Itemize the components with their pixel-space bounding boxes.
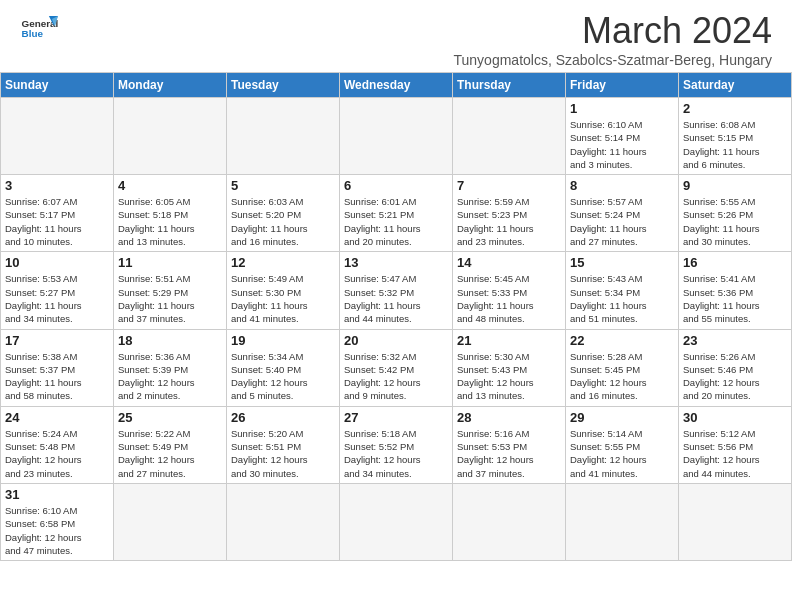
day-info: Sunrise: 5:47 AM Sunset: 5:32 PM Dayligh… <box>344 272 448 325</box>
day-info: Sunrise: 5:30 AM Sunset: 5:43 PM Dayligh… <box>457 350 561 403</box>
calendar-cell: 18Sunrise: 5:36 AM Sunset: 5:39 PM Dayli… <box>114 329 227 406</box>
calendar-cell: 24Sunrise: 5:24 AM Sunset: 5:48 PM Dayli… <box>1 406 114 483</box>
weekday-header-sunday: Sunday <box>1 73 114 98</box>
day-info: Sunrise: 6:10 AM Sunset: 6:58 PM Dayligh… <box>5 504 109 557</box>
title-area: March 2024 Tunyogmatolcs, Szabolcs-Szatm… <box>454 10 773 68</box>
calendar-cell: 1Sunrise: 6:10 AM Sunset: 5:14 PM Daylig… <box>566 98 679 175</box>
day-number: 18 <box>118 333 222 348</box>
week-row-3: 10Sunrise: 5:53 AM Sunset: 5:27 PM Dayli… <box>1 252 792 329</box>
day-number: 8 <box>570 178 674 193</box>
day-number: 24 <box>5 410 109 425</box>
day-info: Sunrise: 5:16 AM Sunset: 5:53 PM Dayligh… <box>457 427 561 480</box>
main-title: March 2024 <box>454 10 773 52</box>
day-info: Sunrise: 5:18 AM Sunset: 5:52 PM Dayligh… <box>344 427 448 480</box>
calendar-cell <box>340 483 453 560</box>
day-number: 19 <box>231 333 335 348</box>
day-number: 5 <box>231 178 335 193</box>
day-number: 9 <box>683 178 787 193</box>
calendar-cell <box>114 483 227 560</box>
calendar-cell <box>566 483 679 560</box>
day-info: Sunrise: 5:51 AM Sunset: 5:29 PM Dayligh… <box>118 272 222 325</box>
day-number: 7 <box>457 178 561 193</box>
calendar-cell: 3Sunrise: 6:07 AM Sunset: 5:17 PM Daylig… <box>1 175 114 252</box>
week-row-2: 3Sunrise: 6:07 AM Sunset: 5:17 PM Daylig… <box>1 175 792 252</box>
day-info: Sunrise: 5:12 AM Sunset: 5:56 PM Dayligh… <box>683 427 787 480</box>
day-info: Sunrise: 5:38 AM Sunset: 5:37 PM Dayligh… <box>5 350 109 403</box>
day-info: Sunrise: 5:28 AM Sunset: 5:45 PM Dayligh… <box>570 350 674 403</box>
calendar-cell: 19Sunrise: 5:34 AM Sunset: 5:40 PM Dayli… <box>227 329 340 406</box>
day-number: 20 <box>344 333 448 348</box>
calendar-cell: 28Sunrise: 5:16 AM Sunset: 5:53 PM Dayli… <box>453 406 566 483</box>
calendar-cell: 11Sunrise: 5:51 AM Sunset: 5:29 PM Dayli… <box>114 252 227 329</box>
day-number: 29 <box>570 410 674 425</box>
day-number: 14 <box>457 255 561 270</box>
calendar-cell: 25Sunrise: 5:22 AM Sunset: 5:49 PM Dayli… <box>114 406 227 483</box>
calendar-cell: 8Sunrise: 5:57 AM Sunset: 5:24 PM Daylig… <box>566 175 679 252</box>
calendar-cell: 5Sunrise: 6:03 AM Sunset: 5:20 PM Daylig… <box>227 175 340 252</box>
calendar-cell <box>114 98 227 175</box>
calendar-cell: 13Sunrise: 5:47 AM Sunset: 5:32 PM Dayli… <box>340 252 453 329</box>
day-info: Sunrise: 6:10 AM Sunset: 5:14 PM Dayligh… <box>570 118 674 171</box>
day-number: 15 <box>570 255 674 270</box>
calendar-cell: 29Sunrise: 5:14 AM Sunset: 5:55 PM Dayli… <box>566 406 679 483</box>
day-info: Sunrise: 6:05 AM Sunset: 5:18 PM Dayligh… <box>118 195 222 248</box>
calendar-cell: 31Sunrise: 6:10 AM Sunset: 6:58 PM Dayli… <box>1 483 114 560</box>
day-number: 23 <box>683 333 787 348</box>
day-info: Sunrise: 5:22 AM Sunset: 5:49 PM Dayligh… <box>118 427 222 480</box>
day-info: Sunrise: 5:57 AM Sunset: 5:24 PM Dayligh… <box>570 195 674 248</box>
calendar-cell: 20Sunrise: 5:32 AM Sunset: 5:42 PM Dayli… <box>340 329 453 406</box>
calendar-cell <box>340 98 453 175</box>
calendar-cell: 16Sunrise: 5:41 AM Sunset: 5:36 PM Dayli… <box>679 252 792 329</box>
weekday-header-friday: Friday <box>566 73 679 98</box>
day-number: 1 <box>570 101 674 116</box>
day-info: Sunrise: 5:59 AM Sunset: 5:23 PM Dayligh… <box>457 195 561 248</box>
day-info: Sunrise: 5:43 AM Sunset: 5:34 PM Dayligh… <box>570 272 674 325</box>
week-row-5: 24Sunrise: 5:24 AM Sunset: 5:48 PM Dayli… <box>1 406 792 483</box>
day-number: 28 <box>457 410 561 425</box>
calendar-cell <box>227 98 340 175</box>
day-info: Sunrise: 5:36 AM Sunset: 5:39 PM Dayligh… <box>118 350 222 403</box>
svg-text:Blue: Blue <box>22 28 44 39</box>
day-info: Sunrise: 5:45 AM Sunset: 5:33 PM Dayligh… <box>457 272 561 325</box>
weekday-header-row: SundayMondayTuesdayWednesdayThursdayFrid… <box>1 73 792 98</box>
day-info: Sunrise: 6:07 AM Sunset: 5:17 PM Dayligh… <box>5 195 109 248</box>
day-info: Sunrise: 5:34 AM Sunset: 5:40 PM Dayligh… <box>231 350 335 403</box>
day-number: 3 <box>5 178 109 193</box>
week-row-1: 1Sunrise: 6:10 AM Sunset: 5:14 PM Daylig… <box>1 98 792 175</box>
day-info: Sunrise: 5:32 AM Sunset: 5:42 PM Dayligh… <box>344 350 448 403</box>
logo: General Blue <box>20 10 58 48</box>
day-number: 21 <box>457 333 561 348</box>
calendar-cell: 21Sunrise: 5:30 AM Sunset: 5:43 PM Dayli… <box>453 329 566 406</box>
calendar-cell: 4Sunrise: 6:05 AM Sunset: 5:18 PM Daylig… <box>114 175 227 252</box>
week-row-6: 31Sunrise: 6:10 AM Sunset: 6:58 PM Dayli… <box>1 483 792 560</box>
weekday-header-saturday: Saturday <box>679 73 792 98</box>
calendar-cell <box>227 483 340 560</box>
calendar-cell <box>453 483 566 560</box>
calendar-cell: 7Sunrise: 5:59 AM Sunset: 5:23 PM Daylig… <box>453 175 566 252</box>
calendar-cell: 15Sunrise: 5:43 AM Sunset: 5:34 PM Dayli… <box>566 252 679 329</box>
day-number: 16 <box>683 255 787 270</box>
day-info: Sunrise: 5:20 AM Sunset: 5:51 PM Dayligh… <box>231 427 335 480</box>
day-number: 4 <box>118 178 222 193</box>
logo-icon: General Blue <box>20 10 58 48</box>
day-number: 2 <box>683 101 787 116</box>
day-number: 6 <box>344 178 448 193</box>
weekday-header-monday: Monday <box>114 73 227 98</box>
day-info: Sunrise: 6:08 AM Sunset: 5:15 PM Dayligh… <box>683 118 787 171</box>
day-number: 31 <box>5 487 109 502</box>
day-number: 25 <box>118 410 222 425</box>
day-info: Sunrise: 6:01 AM Sunset: 5:21 PM Dayligh… <box>344 195 448 248</box>
day-number: 17 <box>5 333 109 348</box>
day-info: Sunrise: 5:53 AM Sunset: 5:27 PM Dayligh… <box>5 272 109 325</box>
week-row-4: 17Sunrise: 5:38 AM Sunset: 5:37 PM Dayli… <box>1 329 792 406</box>
calendar-cell: 9Sunrise: 5:55 AM Sunset: 5:26 PM Daylig… <box>679 175 792 252</box>
calendar-cell: 10Sunrise: 5:53 AM Sunset: 5:27 PM Dayli… <box>1 252 114 329</box>
calendar-cell: 27Sunrise: 5:18 AM Sunset: 5:52 PM Dayli… <box>340 406 453 483</box>
calendar: SundayMondayTuesdayWednesdayThursdayFrid… <box>0 72 792 561</box>
calendar-cell: 6Sunrise: 6:01 AM Sunset: 5:21 PM Daylig… <box>340 175 453 252</box>
calendar-cell <box>1 98 114 175</box>
day-info: Sunrise: 5:55 AM Sunset: 5:26 PM Dayligh… <box>683 195 787 248</box>
weekday-header-thursday: Thursday <box>453 73 566 98</box>
calendar-cell: 2Sunrise: 6:08 AM Sunset: 5:15 PM Daylig… <box>679 98 792 175</box>
day-number: 13 <box>344 255 448 270</box>
